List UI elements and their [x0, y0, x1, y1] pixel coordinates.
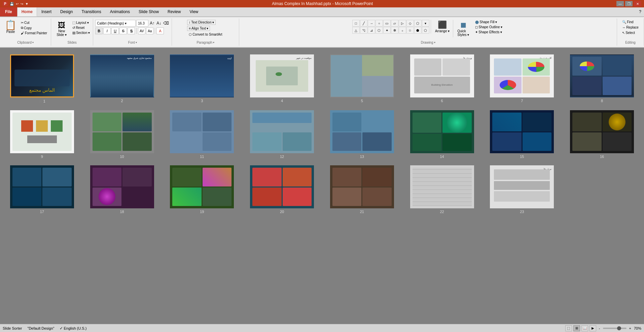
align-text-button[interactable]: ≡Align Text▾: [187, 26, 210, 31]
window-title: Almas Complex In Mashhad.pptx - Microsof…: [29, 1, 616, 6]
language-indicator[interactable]: ✓ English (U.S.): [60, 326, 86, 331]
tab-home[interactable]: Home: [17, 7, 37, 16]
quick-styles-button[interactable]: ◼ QuickStyles ▾: [455, 20, 471, 37]
shape-r1[interactable]: ▭: [383, 20, 391, 27]
tab-design[interactable]: Design: [56, 7, 77, 16]
status-bar-left: Slide Sorter "Default Design" ✓ English …: [3, 326, 86, 331]
tab-insert[interactable]: Insert: [37, 7, 56, 16]
slide-thumb-4[interactable]: موقعیت در شهر 4: [250, 54, 314, 103]
shape-r4[interactable]: ◇: [406, 20, 414, 27]
bold-button[interactable]: B: [95, 28, 103, 34]
close-button[interactable]: ✕: [634, 1, 641, 6]
copy-button[interactable]: ⧉Copy: [20, 26, 48, 30]
shape-fill-button[interactable]: ⬤Shape Fill ▾: [474, 20, 504, 24]
reset-button[interactable]: ↺Reset: [71, 26, 91, 30]
shape-t10[interactable]: ⬠: [422, 27, 429, 34]
underline-button[interactable]: U: [111, 28, 119, 34]
shape-t2[interactable]: ◹: [360, 27, 367, 34]
slide-thumb-3[interactable]: ایده 3: [170, 54, 234, 103]
help-button[interactable]: ?: [636, 7, 644, 16]
slide-thumb-5[interactable]: موقعیت در شهر 5: [330, 54, 394, 103]
slide-thumb-10[interactable]: نماهای خارجی 10: [90, 110, 154, 159]
shadow-button[interactable]: S: [128, 28, 135, 34]
slide-thumb-19[interactable]: 19: [170, 165, 234, 214]
shape-arrow[interactable]: →: [368, 20, 375, 27]
replace-button[interactable]: ↔Replace: [621, 25, 640, 30]
slide-thumb-22[interactable]: 22: [410, 165, 474, 214]
tab-animations[interactable]: Animations: [106, 7, 134, 16]
slide-sorter-btn[interactable]: ⊞: [573, 325, 580, 331]
shape-t8[interactable]: ☆: [406, 27, 414, 34]
slide-thumb-23[interactable]: برش ها 23: [490, 165, 554, 214]
slide-thumb-7[interactable]: کاربری،تریش 7: [490, 54, 554, 103]
slide-thumb-11[interactable]: 11: [170, 110, 234, 159]
shape-rect[interactable]: □: [352, 20, 360, 27]
slide-thumb-12[interactable]: 12: [250, 110, 314, 159]
tab-file[interactable]: File: [0, 7, 17, 16]
restore-button[interactable]: ❐: [625, 1, 633, 6]
slide-thumb-18[interactable]: 18: [90, 165, 154, 214]
zoom-minus[interactable]: -: [599, 326, 600, 330]
slide-thumb-2[interactable]: مجتمع تجاری شرق مشهد 2: [90, 54, 154, 103]
clear-formatting-button[interactable]: ⌫: [163, 20, 170, 26]
zoom-level[interactable]: 70%: [634, 326, 641, 330]
find-button[interactable]: 🔍Find: [621, 20, 640, 24]
shape-oval[interactable]: ○: [375, 20, 383, 27]
convert-smartart-button[interactable]: ⬡Convert to SmartArt: [187, 32, 224, 37]
view-mode-label[interactable]: Slide Sorter: [3, 326, 22, 330]
strikethrough-button[interactable]: S: [119, 28, 127, 34]
shape-more[interactable]: ▾: [422, 20, 429, 27]
slide-thumb-1[interactable]: الماس مجتمع ☆ 1: [10, 54, 74, 103]
decrease-font-button[interactable]: A↓: [156, 20, 162, 26]
new-slide-button[interactable]: 🖼 NewSlide ▾: [53, 20, 70, 37]
shape-r2[interactable]: ▱: [391, 20, 398, 27]
select-button[interactable]: ↖Select: [621, 31, 640, 35]
shape-outline-button[interactable]: ◻Shape Outline ▾: [474, 25, 504, 29]
slide-thumb-9[interactable]: 9: [10, 110, 74, 159]
slide-thumb-6[interactable]: ورودی ها Building Elevation 6: [410, 54, 474, 103]
slide-thumb-8[interactable]: 8: [570, 54, 634, 103]
change-case-button[interactable]: Aa: [146, 28, 153, 34]
increase-font-button[interactable]: A↑: [149, 20, 155, 26]
text-direction-button[interactable]: ↕Text Direction▾: [187, 20, 216, 25]
slideshow-btn[interactable]: ▶: [589, 325, 596, 331]
shape-t5[interactable]: ✦: [383, 27, 391, 34]
slide-thumb-13[interactable]: 13: [330, 110, 394, 159]
shape-t6[interactable]: ✼: [391, 27, 398, 34]
shape-t4[interactable]: ⬡: [375, 27, 383, 34]
tab-view[interactable]: View: [185, 7, 203, 16]
format-painter-button[interactable]: 🖌Format Painter: [20, 31, 48, 35]
normal-view-btn[interactable]: ⬚: [565, 325, 572, 331]
zoom-plus[interactable]: +: [629, 326, 631, 330]
char-spacing-button[interactable]: AV: [138, 28, 145, 34]
shape-r5[interactable]: ⬠: [414, 20, 422, 27]
layout-button[interactable]: ⬚Layout ▾: [71, 20, 91, 25]
shape-line[interactable]: ╱: [360, 20, 367, 27]
tab-review[interactable]: Review: [163, 7, 185, 16]
font-size-input[interactable]: 16.3: [136, 20, 148, 27]
cut-button[interactable]: ✂Cut: [20, 20, 48, 25]
paste-button[interactable]: 📋 Paste: [3, 20, 19, 34]
tab-slideshow[interactable]: Slide Show: [134, 7, 163, 16]
minimize-button[interactable]: —: [616, 1, 624, 6]
font-name-dropdown[interactable]: Calibri (Headings) ▾: [95, 20, 136, 27]
slide-thumb-14[interactable]: نماهای داخلی 14: [410, 110, 474, 159]
shape-t9[interactable]: ⬟: [414, 27, 422, 34]
arrange-button[interactable]: ⬛ Arrange ▾: [433, 20, 452, 34]
slide-thumb-21[interactable]: 21: [330, 165, 394, 214]
font-color-button[interactable]: A: [156, 28, 164, 34]
section-button[interactable]: ▤Section ▾: [71, 31, 91, 35]
shape-t3[interactable]: ⊿: [368, 27, 375, 34]
reading-view-btn[interactable]: 📖: [581, 325, 588, 331]
shape-t7[interactable]: ⬦: [399, 27, 406, 34]
slide-thumb-15[interactable]: 15: [490, 110, 554, 159]
zoom-slider-track[interactable]: [603, 328, 627, 329]
shape-t1[interactable]: △: [352, 27, 360, 34]
shape-effects-button[interactable]: ✦Shape Effects ▾: [474, 30, 504, 34]
tab-transitions[interactable]: Transitions: [77, 7, 105, 16]
slide-thumb-16[interactable]: 16: [570, 110, 634, 159]
slide-thumb-17[interactable]: 17: [10, 165, 74, 214]
shape-r3[interactable]: ▷: [399, 20, 406, 27]
slide-thumb-20[interactable]: سازه 20: [250, 165, 314, 214]
italic-button[interactable]: I: [103, 28, 111, 34]
